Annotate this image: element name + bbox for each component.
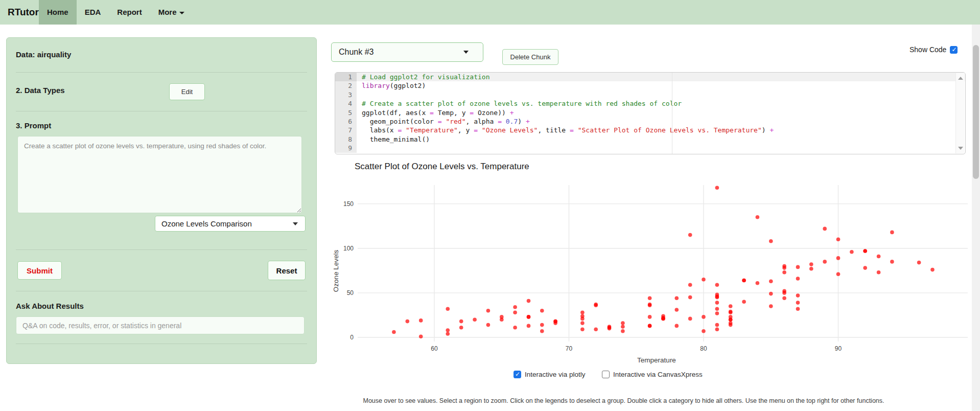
data-point[interactable]: [648, 315, 652, 319]
data-point[interactable]: [782, 296, 786, 301]
data-point[interactable]: [729, 304, 733, 308]
data-point[interactable]: [823, 260, 827, 264]
tab-more[interactable]: More: [150, 0, 193, 25]
data-point[interactable]: [648, 304, 652, 308]
data-point[interactable]: [769, 304, 773, 308]
data-point[interactable]: [729, 310, 733, 314]
prompt-example-select[interactable]: Ozone Levels Comparison: [155, 216, 306, 232]
data-point[interactable]: [715, 186, 719, 190]
data-point[interactable]: [796, 307, 800, 311]
data-point[interactable]: [446, 307, 450, 311]
data-point[interactable]: [729, 323, 733, 327]
tab-eda[interactable]: EDA: [77, 0, 109, 25]
chunk-select[interactable]: Chunk #3: [331, 42, 483, 62]
data-point[interactable]: [688, 283, 692, 287]
data-point[interactable]: [527, 315, 531, 319]
data-point[interactable]: [580, 328, 585, 332]
scrollbar-thumb[interactable]: [973, 45, 979, 179]
data-point[interactable]: [823, 227, 827, 231]
data-point[interactable]: [675, 296, 679, 301]
data-point[interactable]: [702, 329, 706, 333]
data-point[interactable]: [890, 231, 894, 235]
data-point[interactable]: [863, 266, 867, 270]
tab-home[interactable]: Home: [39, 0, 77, 25]
data-point[interactable]: [540, 323, 544, 327]
data-point[interactable]: [675, 308, 679, 312]
code-editor[interactable]: 1# Load ggplot2 for visualization2librar…: [335, 72, 966, 154]
data-point[interactable]: [419, 335, 423, 339]
data-point[interactable]: [419, 318, 423, 323]
data-point[interactable]: [715, 283, 719, 287]
show-code-checkbox[interactable]: [950, 46, 958, 54]
data-point[interactable]: [594, 328, 598, 332]
delete-chunk-button[interactable]: Delete Chunk: [502, 49, 558, 65]
data-point[interactable]: [621, 325, 625, 329]
data-point[interactable]: [917, 261, 921, 265]
data-point[interactable]: [782, 291, 786, 295]
data-point[interactable]: [446, 332, 450, 336]
data-point[interactable]: [513, 326, 517, 330]
submit-button[interactable]: Submit: [17, 261, 62, 280]
data-point[interactable]: [742, 300, 746, 304]
data-point[interactable]: [715, 328, 719, 332]
data-point[interactable]: [836, 238, 841, 242]
data-point[interactable]: [863, 249, 867, 253]
data-point[interactable]: [661, 314, 665, 318]
ask-results-input[interactable]: [16, 316, 305, 334]
data-point[interactable]: [796, 301, 800, 305]
data-point[interactable]: [715, 323, 719, 327]
data-point[interactable]: [688, 317, 692, 321]
data-point[interactable]: [756, 215, 760, 219]
data-point[interactable]: [608, 327, 612, 331]
data-point[interactable]: [729, 317, 733, 322]
reset-button[interactable]: Reset: [268, 261, 306, 280]
data-point[interactable]: [809, 267, 813, 271]
data-point[interactable]: [756, 281, 760, 285]
data-point[interactable]: [769, 279, 773, 283]
data-point[interactable]: [621, 321, 625, 325]
data-point[interactable]: [500, 317, 504, 322]
data-point[interactable]: [715, 294, 719, 299]
data-point[interactable]: [769, 239, 773, 243]
data-point[interactable]: [782, 266, 786, 270]
data-point[interactable]: [890, 260, 894, 264]
data-point[interactable]: [527, 299, 531, 303]
edit-button[interactable]: Edit: [169, 83, 205, 100]
data-point[interactable]: [621, 329, 625, 333]
editor-scrollbar[interactable]: [955, 73, 965, 153]
data-point[interactable]: [877, 255, 881, 259]
data-point[interactable]: [836, 272, 841, 277]
data-point[interactable]: [648, 296, 652, 301]
data-point[interactable]: [782, 270, 786, 275]
data-point[interactable]: [580, 310, 585, 314]
data-point[interactable]: [715, 311, 719, 315]
canvasxpress-checkbox[interactable]: [602, 371, 610, 378]
data-point[interactable]: [850, 250, 854, 254]
data-point[interactable]: [446, 328, 450, 332]
tab-report[interactable]: Report: [109, 0, 150, 25]
data-point[interactable]: [580, 314, 585, 318]
data-point[interactable]: [513, 305, 517, 309]
data-point[interactable]: [675, 324, 679, 328]
data-point[interactable]: [459, 326, 463, 330]
plotly-checkbox[interactable]: [514, 371, 521, 378]
data-point[interactable]: [702, 278, 706, 282]
data-point[interactable]: [877, 270, 881, 275]
scatter-plot[interactable]: 60708090050100150TemperatureOzone Levels: [331, 174, 972, 369]
data-point[interactable]: [473, 317, 477, 322]
data-point[interactable]: [796, 265, 800, 269]
data-point[interactable]: [540, 329, 544, 333]
data-point[interactable]: [527, 324, 531, 328]
data-point[interactable]: [836, 256, 841, 260]
data-point[interactable]: [715, 307, 719, 311]
data-point[interactable]: [688, 233, 692, 237]
data-point[interactable]: [513, 310, 517, 314]
data-point[interactable]: [580, 321, 585, 325]
data-point[interactable]: [930, 268, 935, 272]
data-point[interactable]: [648, 324, 652, 328]
data-point[interactable]: [796, 293, 800, 298]
data-point[interactable]: [392, 330, 396, 334]
data-point[interactable]: [702, 315, 706, 319]
scroll-down-icon[interactable]: [958, 147, 963, 150]
data-point[interactable]: [486, 323, 491, 327]
